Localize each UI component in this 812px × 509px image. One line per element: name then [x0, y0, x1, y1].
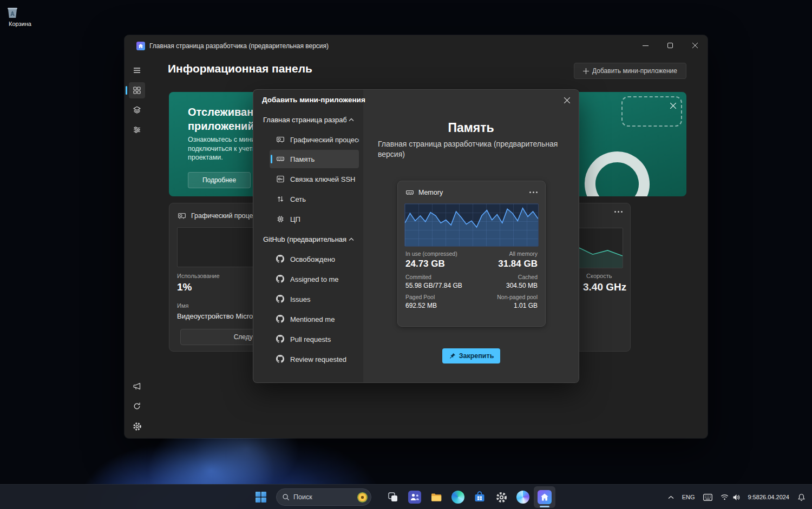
cpu-more-options-icon[interactable]	[614, 211, 623, 213]
recycle-bin[interactable]: Корзина	[4, 4, 36, 27]
gpu-usage-value: 1%	[177, 281, 192, 293]
paged-pool-label: Paged Pool	[405, 294, 435, 300]
gpu-usage-label: Использование	[177, 273, 220, 279]
pinwheel-icon	[516, 491, 529, 504]
widget-item-network[interactable]: Сеть	[270, 190, 359, 208]
taskbar: ENG 9:58 26.04.2024	[0, 484, 812, 509]
nav-dashboard-button[interactable]	[129, 82, 145, 98]
gpu-name-value: Видеоустройство Microsoft	[177, 312, 264, 320]
cpu-icon	[276, 215, 285, 223]
edge-browser-button[interactable]	[447, 486, 469, 508]
paged-pool-value: 692.52 MB	[405, 302, 437, 309]
memory-icon	[276, 155, 285, 163]
settings-button[interactable]	[129, 418, 145, 434]
add-widgets-dialog: Добавить мини-приложения Главная страниц…	[253, 89, 579, 383]
page-title: Информационная панель	[168, 62, 312, 75]
window-title: Главная страница разработчика (предварит…	[149, 35, 329, 57]
recycle-bin-icon	[4, 4, 36, 21]
taskbar-search[interactable]	[276, 488, 371, 506]
widget-title: Memory	[418, 189, 443, 196]
learn-more-button[interactable]: Подробнее	[188, 172, 251, 188]
hamburger-menu-button[interactable]	[129, 62, 145, 78]
commited-label: Commited	[405, 274, 431, 280]
devhome-window: Главная страница разработчика (предварит…	[125, 35, 708, 438]
in-use-label: In use (compressed)	[405, 250, 457, 257]
widget-item-github-mentioned[interactable]: Mentioned me	[270, 310, 359, 328]
widget-item-gpu[interactable]: Графический процессор	[270, 130, 359, 149]
add-widget-button[interactable]: Добавить мини-приложение	[574, 63, 686, 79]
task-view-button[interactable]	[382, 486, 404, 508]
widget-more-options-icon[interactable]	[529, 191, 538, 193]
github-icon	[276, 355, 285, 363]
selection-accent-bar	[271, 155, 272, 163]
pin-widget-button[interactable]: Закрепить	[442, 348, 500, 363]
ssh-keychain-icon	[276, 175, 285, 183]
titlebar[interactable]: Главная страница разработчика (предварит…	[125, 35, 708, 57]
settings-app-button[interactable]	[490, 486, 512, 508]
teams-button[interactable]	[404, 486, 425, 508]
github-icon	[276, 275, 285, 283]
cpu-speed-label: Скорость	[586, 273, 612, 279]
edge-icon	[451, 491, 464, 504]
widget-item-github-released[interactable]: Освобождено	[270, 250, 359, 268]
plus-icon	[583, 68, 589, 74]
memory-chart	[404, 203, 539, 247]
gpu-name-label: Имя	[177, 302, 188, 309]
all-memory-label: All memory	[509, 250, 538, 257]
close-window-button[interactable]	[683, 35, 708, 56]
network-volume-tray[interactable]	[717, 486, 743, 508]
search-icon	[282, 493, 290, 501]
commited-value: 55.98 GB/77.84 GB	[405, 282, 462, 289]
chevron-up-icon	[349, 237, 354, 241]
memory-widget-preview: Memory In use (compressed) All memory 24…	[397, 181, 546, 327]
search-highlight-icon[interactable]	[357, 492, 368, 503]
widget-item-github-assigned[interactable]: Assigned to me	[270, 270, 359, 288]
file-explorer-button[interactable]	[425, 486, 447, 508]
detail-title: Память	[363, 121, 579, 135]
cpu-speed-value: 3.40 GHz	[583, 281, 626, 293]
dialog-close-button[interactable]	[559, 94, 574, 107]
gpu-icon	[178, 211, 186, 220]
tray-time: 9:58	[748, 493, 759, 501]
photos-app-button[interactable]	[512, 486, 534, 508]
widget-item-ssh[interactable]: Связка ключей SSH	[270, 170, 359, 188]
touch-keyboard-icon[interactable]	[700, 486, 716, 508]
updates-button[interactable]	[129, 398, 145, 414]
dialog-title: Добавить мини-приложения	[262, 96, 365, 104]
devhome-app-icon	[136, 42, 145, 50]
chevron-up-icon	[349, 118, 354, 122]
notification-bell[interactable]	[794, 486, 809, 508]
minimize-button[interactable]	[633, 35, 658, 56]
devhome-taskbar-button[interactable]	[534, 486, 555, 508]
wifi-icon	[721, 494, 729, 500]
network-icon	[276, 195, 285, 203]
gpu-icon	[276, 135, 285, 144]
nav-environments-button[interactable]	[129, 102, 145, 118]
dismiss-promo-button[interactable]	[666, 98, 680, 113]
widget-item-github-pull-requests[interactable]: Pull requests	[270, 330, 359, 348]
announcements-button[interactable]	[129, 378, 145, 394]
cached-label: Cached	[518, 274, 538, 280]
widget-item-github-issues[interactable]: Issues	[270, 290, 359, 308]
widget-item-github-review-requested[interactable]: Review requested	[270, 350, 359, 368]
search-input[interactable]	[293, 493, 353, 501]
start-button[interactable]	[250, 486, 272, 508]
group-github[interactable]: GitHub (предварительная версия)	[259, 230, 358, 248]
widget-item-cpu[interactable]: ЦП	[270, 210, 359, 228]
maximize-button[interactable]	[658, 35, 683, 56]
github-icon	[276, 315, 285, 323]
widget-item-memory[interactable]: Память	[270, 150, 359, 168]
cached-value: 304.50 MB	[506, 282, 538, 289]
nonpaged-pool-label: Non-paged pool	[497, 294, 538, 300]
all-memory-value: 31.84 GB	[498, 259, 538, 269]
microsoft-store-button[interactable]	[469, 486, 490, 508]
detail-subtitle: Главная страница разработчика (предварит…	[378, 139, 568, 160]
tray-overflow-chevron[interactable]	[665, 486, 677, 508]
language-indicator[interactable]: ENG	[679, 486, 698, 508]
group-devhome[interactable]: Главная страница разработчика	[259, 111, 358, 128]
nav-machine-configuration-button[interactable]	[129, 122, 145, 138]
nonpaged-pool-value: 1.01 GB	[514, 302, 538, 309]
github-icon	[276, 295, 285, 303]
clock-tray[interactable]: 9:58 26.04.2024	[745, 486, 793, 508]
github-icon	[276, 335, 285, 343]
